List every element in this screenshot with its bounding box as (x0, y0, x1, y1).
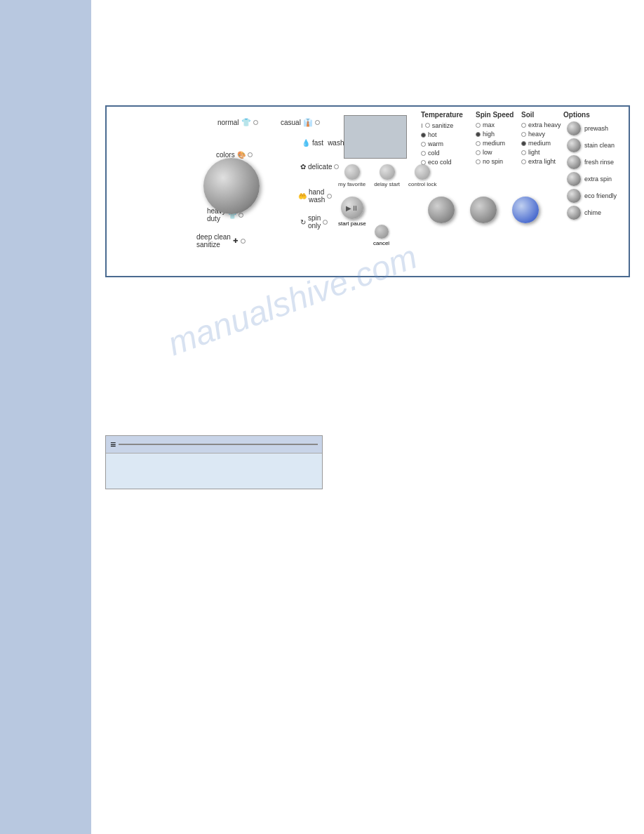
spin-no-spin-label: no spin (483, 158, 503, 165)
temp-cold-row[interactable]: cold (421, 150, 476, 157)
soil-light-row[interactable]: light (521, 149, 567, 156)
temperature-header: Temperature (421, 110, 476, 119)
cycle-casual[interactable]: casual 👔 (281, 118, 320, 127)
soil-extra-heavy-label: extra heavy (528, 121, 561, 128)
shirt-icon: 👕 (241, 118, 251, 127)
spin-no-spin-radio[interactable] (476, 159, 481, 164)
colors-icon: 🎨 (237, 151, 246, 159)
temp-sanitize-row[interactable]: ı sanitize (421, 121, 476, 129)
stain-clean-btn[interactable] (567, 138, 581, 152)
soil-heavy-row[interactable]: heavy (521, 131, 567, 138)
delay-start-btn[interactable] (380, 164, 395, 180)
delay-start-label: delay start (374, 181, 400, 187)
temp-warm-radio[interactable] (421, 142, 426, 147)
cycle-normal[interactable]: normal 👕 (217, 118, 258, 127)
normal-radio[interactable] (253, 120, 258, 125)
deep-clean-radio[interactable] (241, 239, 246, 244)
temp-cold-radio[interactable] (421, 151, 426, 156)
eco-friendly-label: eco friendly (584, 192, 617, 199)
start-pause-area: ▶⏸ start pause (338, 197, 366, 227)
spin-no-spin-row[interactable]: no spin (476, 158, 521, 165)
option-fresh-rinse-row[interactable]: fresh rinse (567, 155, 630, 169)
soil-extra-light-radio[interactable] (521, 159, 526, 164)
soil-medium-row[interactable]: medium (521, 140, 567, 147)
cycle-deep-clean[interactable]: ✚ deep cleansanitize (196, 233, 246, 249)
spin-low-row[interactable]: low (476, 149, 521, 156)
temp-sanitize-radio[interactable] (425, 123, 430, 128)
spin-speed-col: max high medium low (476, 121, 521, 223)
option-prewash-row[interactable]: prewash (567, 121, 630, 135)
normal-label: normal (217, 119, 239, 126)
heavy-duty-radio[interactable] (239, 213, 243, 218)
spin-medium-label: medium (483, 140, 505, 147)
soil-heavy-radio[interactable] (521, 132, 526, 137)
temp-warm-row[interactable]: warm (421, 140, 476, 147)
delay-start-control: delay start (374, 164, 400, 187)
start-pause-label: start pause (338, 220, 366, 227)
cycle-selector-region: normal 👕 casual 👔 💧 fast wash (112, 112, 330, 270)
soil-extra-heavy-row[interactable]: extra heavy (521, 121, 567, 128)
washer-panel: normal 👕 casual 👔 💧 fast wash (105, 105, 630, 277)
my-favorite-control: my favorite (338, 164, 365, 187)
spin-only-icon: ↻ (300, 218, 306, 226)
option-stain-clean-row[interactable]: stain clean (567, 138, 630, 152)
spin-only-label: spinonly (308, 214, 321, 230)
temp-eco-cold-radio[interactable] (421, 160, 426, 165)
prewash-btn[interactable] (567, 121, 581, 135)
spin-max-radio[interactable] (476, 123, 481, 128)
soil-extra-light-label: extra light (528, 158, 556, 165)
temp-hot-radio[interactable] (421, 133, 426, 138)
soil-header: Soil (521, 110, 563, 119)
fast-wash-label2: wash (328, 139, 344, 147)
casual-radio[interactable] (315, 120, 320, 125)
spin-low-radio[interactable] (476, 150, 481, 155)
spin-high-row[interactable]: high (476, 131, 521, 138)
chime-label: chime (584, 209, 601, 216)
colors-radio[interactable] (248, 152, 253, 157)
option-eco-friendly-row[interactable]: eco friendly (567, 189, 630, 203)
hand-wash-radio[interactable] (327, 194, 332, 199)
casual-icon: 👔 (303, 118, 313, 127)
fresh-rinse-btn[interactable] (567, 155, 581, 169)
option-extra-spin-row[interactable]: extra spin (567, 172, 630, 186)
soil-heavy-label: heavy (528, 131, 545, 138)
options-header: Options (563, 110, 626, 119)
fast-wash-label: fast (312, 139, 323, 147)
soil-extra-heavy-radio[interactable] (521, 123, 526, 128)
soil-col: extra heavy heavy medium light (521, 121, 567, 223)
temp-cold-label: cold (428, 150, 440, 157)
cancel-btn[interactable] (375, 225, 389, 239)
options-data-rows: ı sanitize hot warm cold (421, 121, 631, 223)
temp-sanitize-label: sanitize (432, 122, 454, 129)
option-chime-row[interactable]: chime (567, 206, 630, 220)
note-divider (119, 444, 318, 445)
spin-only-radio[interactable] (323, 220, 328, 225)
temp-hot-row[interactable]: hot (421, 131, 476, 138)
start-pause-btn[interactable]: ▶⏸ (341, 197, 363, 219)
soil-medium-radio[interactable] (521, 141, 526, 146)
soil-extra-light-row[interactable]: extra light (521, 158, 567, 165)
soil-light-radio[interactable] (521, 150, 526, 155)
options-headers: Temperature Spin Speed Soil Options (421, 110, 631, 119)
cycle-dial[interactable] (203, 158, 260, 214)
soil-medium-label: medium (528, 140, 551, 147)
extra-spin-btn[interactable] (567, 172, 581, 186)
cycle-hand-wash[interactable]: 🤲 handwash (298, 188, 332, 204)
temp-eco-cold-row[interactable]: eco cold (421, 159, 476, 166)
display-screen (344, 115, 407, 159)
deep-clean-icon: ✚ (233, 237, 239, 244)
spin-high-radio[interactable] (476, 132, 481, 137)
temp-eco-cold-label: eco cold (428, 159, 452, 166)
chime-btn[interactable] (567, 206, 581, 220)
spin-max-row[interactable]: max (476, 121, 521, 128)
spin-medium-row[interactable]: medium (476, 140, 521, 147)
eco-friendly-btn[interactable] (567, 189, 581, 203)
my-favorite-btn[interactable] (344, 164, 360, 180)
spin-medium-radio[interactable] (476, 141, 481, 146)
options-col: prewash stain clean fresh rinse extra sp… (567, 121, 630, 223)
cycle-spin-only[interactable]: ↻ spinonly (300, 214, 328, 230)
note-box: ≡ (105, 435, 323, 489)
cycle-delicate[interactable]: ✿ delicate (300, 163, 339, 171)
hand-wash-icon: 🤲 (298, 192, 307, 200)
temperature-header-label: Temperature (421, 111, 463, 119)
